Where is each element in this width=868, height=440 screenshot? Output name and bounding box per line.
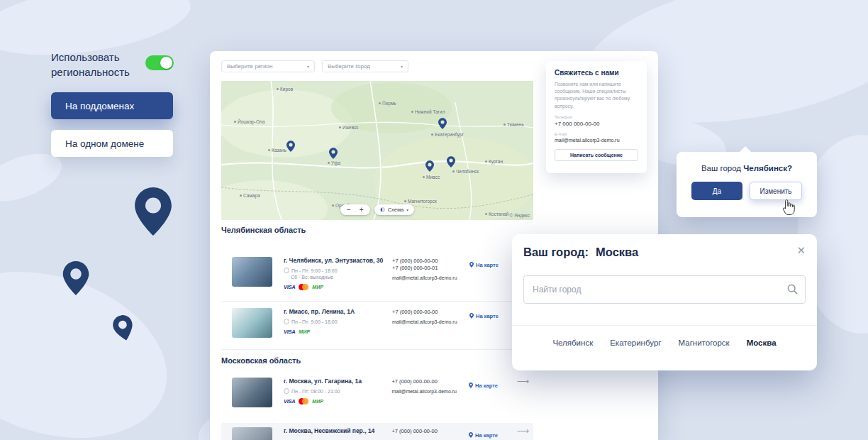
map-marker-icon[interactable]: [286, 141, 295, 152]
office-address: г. Миасс, пр. Ленина, 1А: [284, 308, 386, 316]
map-city-label: Самара: [240, 193, 260, 198]
office-schedule: Пн - Пт: 08:00 - 21:00: [291, 389, 340, 394]
city-confirm-question: Ваш город Челябинск?: [677, 164, 817, 172]
pin-icon: [469, 432, 473, 438]
region-select-value: Выберите регион: [227, 63, 272, 70]
hand-cursor-icon: [782, 199, 795, 215]
zoom-out-button[interactable]: −: [347, 205, 351, 215]
regionality-toggle[interactable]: [145, 55, 174, 70]
mir-badge: МИР: [299, 329, 310, 334]
city-option-moscow[interactable]: Москва: [747, 339, 777, 347]
map-marker-icon[interactable]: [425, 160, 434, 172]
layer-icon: [380, 207, 385, 212]
mastercard-icon: [299, 398, 308, 405]
option-subdomains-button[interactable]: На поддоменах: [51, 92, 173, 119]
modal-title: Ваш город: Москва: [523, 246, 638, 259]
office-row[interactable]: г. Москва, Несвижский пер., 14 +7 (000) …: [221, 423, 533, 440]
write-message-button[interactable]: Написать сообщение: [555, 149, 638, 161]
chevron-down-icon: ▾: [307, 64, 309, 69]
visa-badge: VISA: [284, 329, 295, 335]
region-select[interactable]: Выберите регион ▾: [221, 60, 315, 72]
mir-badge: МИР: [312, 399, 323, 404]
contact-title: Свяжитесь с нами: [555, 69, 638, 77]
row-divider: [221, 301, 533, 302]
city-select-value: Выберите город: [328, 63, 370, 70]
toggle-knob: [160, 57, 172, 69]
screen: Использовать региональность На поддомена…: [0, 0, 868, 440]
zoom-in-button[interactable]: +: [360, 205, 364, 215]
office-phone: +7 (000) 000-00-00: [392, 309, 469, 316]
on-map-link[interactable]: На карте: [469, 262, 499, 268]
map-city-label: Костанай: [485, 211, 508, 216]
mastercard-icon: [299, 284, 308, 290]
row-arrow-icon[interactable]: ⟶: [517, 378, 529, 385]
map-layer-button[interactable]: Схема ▾: [374, 204, 414, 215]
on-map-link[interactable]: На карте: [469, 383, 498, 389]
map-city-label: Казань: [268, 148, 286, 153]
map-marker-icon[interactable]: [447, 156, 455, 167]
contact-email-label: E-mail: [555, 132, 638, 136]
search-icon: [787, 284, 798, 295]
office-email: mail@metal.allcorp3-demo.ru: [392, 319, 469, 324]
office-phone: +7 (000) 000-00-00: [391, 378, 469, 385]
office-schedule: Пн - Пт: 9:00 - 18:00: [291, 268, 338, 273]
layer-label: Схема: [388, 207, 404, 213]
close-icon[interactable]: ✕: [796, 244, 806, 257]
contact-phone-label: Телефон: [555, 115, 638, 119]
office-row[interactable]: г. Миасс, пр. Ленина, 1А Пн - Пт: 9:00 -…: [221, 304, 533, 338]
modal-selected-city: Москва: [596, 246, 638, 259]
map-city-label: Уфа: [328, 160, 340, 165]
office-email: mail@metal.allcorp3-demo.ru: [392, 275, 469, 280]
map-city-label: Магнитогорск: [404, 199, 437, 204]
contact-card: Свяжитесь с нами Позвоните нам или напиш…: [546, 61, 647, 173]
section-title-chelyabinsk: Челябинская область: [221, 226, 306, 234]
confirm-yes-button[interactable]: Да: [691, 182, 742, 200]
map-city-label: Курган: [485, 159, 503, 164]
map-marker-icon[interactable]: [438, 118, 447, 129]
map-city-label: Йошкар-Ола: [234, 119, 265, 124]
map-city-label: Тюмень: [503, 122, 524, 127]
office-photo: [232, 427, 272, 440]
office-row[interactable]: г. Челябинск, ул. Энтузиастов, 30 Пн - П…: [221, 253, 533, 290]
office-phone: +7 (000) 000-00-00: [391, 428, 469, 435]
pin-icon: [469, 313, 474, 319]
office-photo: [232, 257, 272, 287]
city-search-input[interactable]: [523, 275, 806, 304]
visa-badge: VISA: [284, 284, 295, 290]
detected-city: Челябинск?: [743, 164, 792, 172]
confirm-change-button[interactable]: Изменить: [750, 182, 802, 200]
city-confirm-popup: Ваш город Челябинск? Да Изменить: [677, 152, 817, 217]
zoom-control: − +: [340, 204, 370, 215]
office-row[interactable]: г. Москва, ул. Гагарина, 1а Пн - Пт: 08:…: [221, 373, 533, 407]
office-schedule: Сб - Вс: выходные: [291, 275, 333, 280]
pin-icon: [469, 262, 474, 268]
chevron-down-icon: ▾: [406, 208, 408, 212]
location-pin-icon: [135, 187, 172, 236]
mir-badge: МИР: [312, 285, 323, 290]
office-schedule: Пн - Пт: 9:00 - 18:00: [291, 319, 338, 324]
modal-city-list: Челябинск Екатеринбург Магнитогорск Моск…: [512, 339, 817, 347]
visa-badge: VISA: [284, 398, 295, 405]
pin-icon: [469, 383, 473, 388]
map-city-label: Киров: [277, 87, 293, 92]
map-city-label: Пермь: [379, 101, 396, 106]
contact-phone: +7 000 000-00-00: [555, 121, 638, 127]
office-photo: [232, 378, 272, 407]
location-pin-icon: [62, 261, 89, 295]
row-arrow-icon[interactable]: ⟶: [517, 427, 529, 434]
clock-icon: [284, 268, 289, 273]
map-city-label: Екатеринбург: [431, 132, 464, 137]
offices-map[interactable]: Киров Пермь Нижний Тагил Екатеринбург Тю…: [221, 81, 533, 220]
map-attribution: © Яндекс: [510, 213, 530, 218]
clock-icon: [284, 388, 289, 394]
on-map-link[interactable]: На карте: [469, 432, 498, 439]
city-option-ekaterinburg[interactable]: Екатеринбург: [610, 339, 661, 347]
option-single-domain-button[interactable]: На одном домене: [51, 130, 173, 157]
modal-divider: [512, 325, 817, 326]
city-select[interactable]: Выберите город ▾: [322, 60, 408, 72]
city-option-magnitogorsk[interactable]: Магнитогорск: [679, 339, 730, 347]
map-city-label: Миасс: [423, 175, 440, 180]
map-marker-icon[interactable]: [329, 148, 338, 159]
city-option-chelyabinsk[interactable]: Челябинск: [552, 339, 593, 347]
on-map-link[interactable]: На карте: [469, 313, 499, 319]
